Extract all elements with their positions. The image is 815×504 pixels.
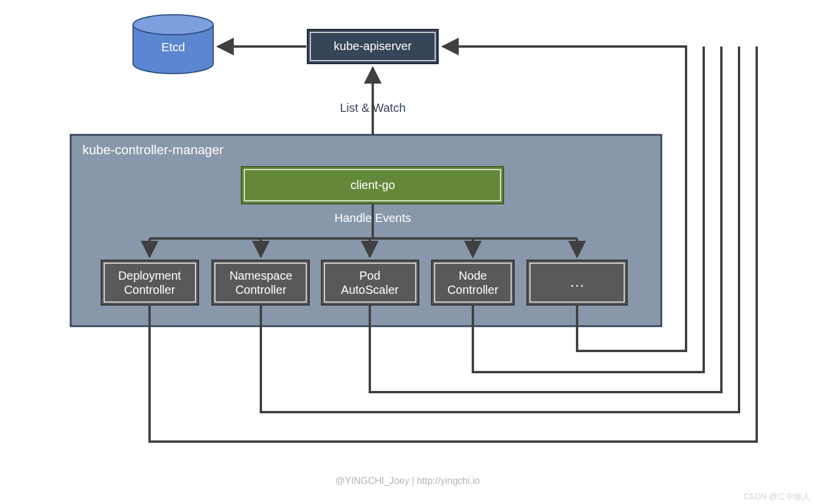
svg-text:…: … (569, 273, 585, 290)
etcd-node: Etcd (133, 15, 213, 74)
namespace-controller-node: Namespace Controller (212, 260, 309, 305)
svg-text:Controller: Controller (124, 283, 175, 296)
client-go-node: client-go (241, 167, 503, 204)
node-controller-node: Node Controller (432, 260, 514, 305)
svg-rect-25 (322, 260, 419, 305)
footer-text: @YINGCHI_Joey | http://yingchi.io (335, 476, 479, 486)
svg-text:Controller: Controller (448, 283, 499, 296)
svg-text:Namespace: Namespace (230, 269, 293, 282)
apiserver-label: kube-apiserver (334, 39, 412, 52)
svg-rect-21 (212, 260, 309, 305)
svg-text:AutoScaler: AutoScaler (341, 283, 399, 296)
apiserver-node: kube-apiserver (307, 29, 438, 64)
more-controller-node: … (527, 260, 627, 305)
svg-text:Node: Node (459, 269, 487, 282)
controller-manager-panel: kube-controller-manager client-go Handle… (71, 135, 661, 326)
svg-rect-29 (432, 260, 514, 305)
svg-text:Controller: Controller (236, 283, 287, 296)
list-watch-label: List & Watch (340, 101, 406, 114)
pod-autoscaler-node: Pod AutoScaler (322, 260, 419, 305)
client-go-label: client-go (350, 178, 395, 191)
svg-text:Deployment: Deployment (118, 269, 181, 282)
panel-title: kube-controller-manager (82, 142, 224, 157)
watermark-text: CSDN @江中散人 (743, 492, 810, 501)
svg-point-4 (133, 15, 213, 35)
svg-rect-17 (101, 260, 198, 305)
svg-text:Pod: Pod (359, 269, 380, 282)
deployment-controller-node: Deployment Controller (101, 260, 198, 305)
etcd-label: Etcd (161, 41, 185, 54)
